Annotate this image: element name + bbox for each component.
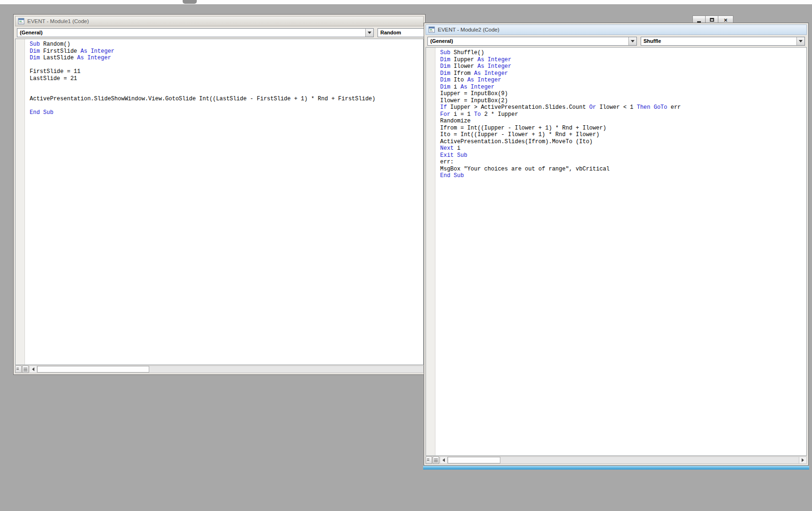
chevron-down-icon[interactable]	[365, 29, 373, 37]
module2-code-editor[interactable]: Sub Shuffle()Dim Iupper As IntegerDim Il…	[426, 47, 807, 456]
scrollbar-thumb[interactable]	[448, 457, 500, 463]
code-line: Exit Sub	[440, 152, 806, 159]
scroll-left-button[interactable]	[440, 457, 448, 463]
code-line: Dim i As Integer	[440, 84, 806, 91]
procedure-dropdown-value: Shuffle	[641, 38, 796, 44]
chevron-down-glyph	[631, 40, 635, 42]
module2-combo-row: (General) Shuffle	[426, 35, 807, 47]
scrollbar-track[interactable]	[500, 457, 799, 463]
code-line	[30, 103, 423, 110]
object-dropdown-value: (General)	[17, 30, 365, 35]
scroll-right-button[interactable]	[799, 457, 806, 463]
code-line	[30, 62, 423, 69]
module2-titlebar[interactable]: EVENT - Module2 (Code)	[426, 24, 807, 35]
active-window-bottom-border	[423, 466, 809, 470]
window-title: EVENT - Module1 (Code)	[27, 18, 89, 24]
object-dropdown-value: (General)	[428, 38, 628, 44]
arrow-right-icon	[802, 458, 804, 462]
procedure-dropdown-value: Random	[378, 30, 424, 35]
code-text[interactable]: Sub Random()Dim FirstSlide As IntegerDim…	[25, 39, 423, 365]
code-line: Dim FirstSlide As Integer	[30, 48, 423, 55]
arrow-left-icon	[32, 367, 34, 371]
chevron-down-glyph	[799, 40, 803, 42]
procedure-view-icon	[16, 367, 20, 372]
code-line: err:	[440, 159, 806, 166]
code-line: MsgBox "Your choices are out of range", …	[440, 166, 806, 173]
code-line: Sub Shuffle()	[440, 49, 806, 57]
code-line: End Sub	[30, 109, 423, 116]
code-line	[30, 82, 423, 89]
arrow-left-icon	[442, 458, 445, 462]
procedure-view-icon	[427, 458, 431, 462]
code-line: LastSlide = 21	[30, 75, 423, 82]
chevron-down-icon[interactable]	[628, 37, 636, 45]
code-line: Dim Ilower As Integer	[440, 63, 806, 70]
horizontal-scrollbar[interactable]	[29, 365, 424, 373]
module1-code-editor[interactable]: Sub Random()Dim FirstSlide As IntegerDim…	[15, 39, 424, 365]
code-line: If Iupper > ActivePresentation.Slides.Co…	[440, 104, 806, 111]
margin-indicator-bar[interactable]	[426, 48, 435, 455]
full-module-view-icon	[24, 367, 27, 372]
code-line: Ilower = InputBox(2)	[440, 97, 806, 105]
code-line: End Sub	[440, 172, 806, 179]
module1-combo-row: (General) Random	[15, 26, 424, 39]
code-line: Sub Random()	[30, 41, 423, 48]
code-line: Next i	[440, 145, 806, 152]
code-text[interactable]: Sub Shuffle()Dim Iupper As IntegerDim Il…	[435, 48, 806, 455]
code-line: Randomize	[440, 118, 806, 125]
full-module-view-button[interactable]	[22, 365, 29, 373]
chevron-down-icon[interactable]	[796, 37, 804, 45]
full-module-view-icon	[434, 458, 438, 462]
object-dropdown[interactable]: (General)	[17, 28, 374, 37]
module1-bottom-bar	[15, 365, 424, 373]
procedure-view-button[interactable]	[15, 365, 22, 373]
code-line: Ito = Int((Iupper - Ilower + 1) * Rnd + …	[440, 131, 806, 138]
scrollbar-track[interactable]	[149, 366, 423, 373]
module2-window: EVENT - Module2 (Code) (General) Shuffle…	[424, 23, 809, 466]
procedure-dropdown[interactable]: Random	[378, 28, 424, 37]
horizontal-scrollbar[interactable]	[440, 456, 807, 464]
code-line: Iupper = InputBox(9)	[440, 90, 806, 97]
top-strip	[0, 0, 812, 4]
maximize-icon	[710, 18, 714, 22]
module1-titlebar[interactable]: EVENT - Module1 (Code)	[15, 16, 424, 26]
module1-window: EVENT - Module1 (Code) (General) Random …	[13, 14, 426, 375]
object-dropdown[interactable]: (General)	[427, 37, 637, 46]
procedure-dropdown[interactable]: Shuffle	[641, 37, 805, 46]
chevron-down-glyph	[368, 32, 371, 34]
code-line: Dim Iupper As Integer	[440, 57, 806, 64]
module2-bottom-bar	[426, 456, 807, 464]
window-title: EVENT - Module2 (Code)	[438, 27, 499, 32]
code-line: ActivePresentation.SlideShowWindow.View.…	[30, 96, 423, 103]
full-module-view-button[interactable]	[433, 456, 439, 464]
code-window-icon	[18, 18, 24, 24]
code-line: Dim LastSlide As Integer	[30, 55, 423, 62]
toolbar-artifact	[183, 0, 197, 4]
code-line: Dim Ito As Integer	[440, 77, 806, 84]
code-line: For i = 1 To 2 * Iupper	[440, 111, 806, 118]
scrollbar-thumb[interactable]	[37, 366, 149, 373]
code-window-icon	[428, 26, 435, 33]
procedure-view-button[interactable]	[426, 456, 432, 464]
margin-indicator-bar[interactable]	[16, 39, 25, 365]
code-line: FirstSlide = 11	[30, 68, 423, 75]
code-line: Dim Ifrom As Integer	[440, 70, 806, 77]
scroll-left-button[interactable]	[30, 366, 37, 373]
code-line: ActivePresentation.Slides(Ifrom).MoveTo …	[440, 138, 806, 146]
code-line	[30, 89, 423, 96]
code-line: Ifrom = Int((Iupper - Ilower + 1) * Rnd …	[440, 125, 806, 132]
